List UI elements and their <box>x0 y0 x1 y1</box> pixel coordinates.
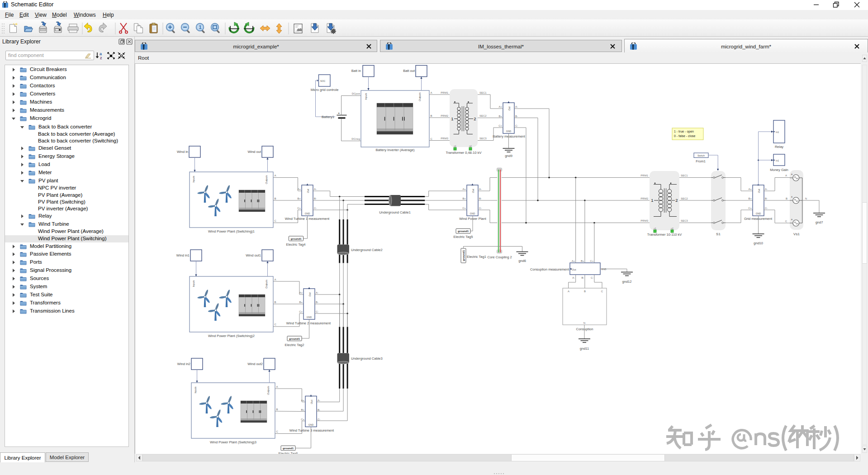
svg-text:2: 2 <box>675 198 678 203</box>
svg-text:Micro grid controle: Micro grid controle <box>311 88 339 92</box>
svg-text:Inputs: Inputs <box>192 176 195 182</box>
svg-text:GND: GND <box>305 212 310 215</box>
svg-text:Out: Out <box>508 106 511 110</box>
svg-text:B-: B- <box>515 115 518 118</box>
svg-text:SEC2: SEC2 <box>479 114 487 117</box>
svg-text:Outputs: Outputs <box>418 92 421 101</box>
svg-text:Consuption measurement: Consuption measurement <box>530 267 569 271</box>
svg-text:A-: A- <box>572 276 575 279</box>
svg-text:Wind in: Wind in <box>177 150 188 154</box>
svg-text:Wind Power Plant (Switching)2: Wind Power Plant (Switching)2 <box>208 334 255 338</box>
svg-text:ground1: ground1 <box>283 447 294 450</box>
svg-text:B-: B- <box>318 408 320 411</box>
svg-text:SEC3: SEC3 <box>681 219 688 222</box>
svg-text:B-: B- <box>765 197 768 200</box>
svg-text:ground1: ground1 <box>289 337 300 340</box>
svg-text:Wind out1: Wind out1 <box>246 253 261 257</box>
svg-text:Wind out2: Wind out2 <box>247 362 263 366</box>
svg-text:SEC2: SEC2 <box>681 197 688 200</box>
svg-text:A-: A- <box>314 188 317 190</box>
svg-text:1 - true - open: 1 - true - open <box>674 130 694 133</box>
svg-text:Electric Tag2: Electric Tag2 <box>285 343 304 347</box>
svg-text:SEC1: SEC1 <box>479 91 487 94</box>
svg-text:n1: n1 <box>654 227 656 230</box>
svg-text:gnd7: gnd7 <box>816 220 823 224</box>
svg-text:Wind Turbine 3 measurement: Wind Turbine 3 measurement <box>289 428 334 432</box>
svg-text:Core Coupling 2: Core Coupling 2 <box>487 255 512 259</box>
svg-text:N: N <box>583 322 585 324</box>
svg-text:A-: A- <box>316 291 318 294</box>
svg-text:A+: A+ <box>462 188 466 190</box>
svg-text:n2: n2 <box>671 227 674 230</box>
svg-text:Wind Turbine 2 measurement: Wind Turbine 2 measurement <box>286 321 331 325</box>
svg-text:A: A <box>276 385 278 388</box>
svg-text:Vs1: Vs1 <box>793 232 800 236</box>
svg-text:Inputs: Inputs <box>192 280 195 287</box>
svg-text:C: C <box>431 138 433 140</box>
svg-text:C+: C+ <box>748 207 752 209</box>
svg-text:Wind out: Wind out <box>247 150 261 154</box>
svg-text:C-: C- <box>318 418 320 421</box>
svg-text:B: B <box>276 408 278 411</box>
svg-text:n1: n1 <box>454 145 456 147</box>
svg-text:DCneg: DCneg <box>351 138 360 140</box>
svg-text:PRM3: PRM3 <box>640 219 648 222</box>
svg-text:B: B <box>275 197 276 200</box>
svg-text:SEC1: SEC1 <box>681 174 688 177</box>
svg-text:Underground Cable2: Underground Cable2 <box>351 248 383 252</box>
svg-text:Money Gain: Money Gain <box>770 168 788 172</box>
svg-text:C: C <box>601 290 603 293</box>
svg-text:A: A <box>568 290 569 293</box>
svg-text:B+: B+ <box>299 301 303 304</box>
svg-text:B-: B- <box>314 197 317 200</box>
svg-text:Wind in2: Wind in2 <box>177 362 190 366</box>
svg-text:GND: GND <box>506 130 512 133</box>
svg-text:PRM2: PRM2 <box>640 197 648 200</box>
svg-text:Out: Out <box>472 189 474 193</box>
svg-text:Transformer 0,48-10 kV: Transformer 0,48-10 kV <box>446 151 482 155</box>
svg-text:A+: A+ <box>748 188 752 190</box>
svg-text:B+: B+ <box>462 197 466 200</box>
svg-text:1: 1 <box>199 24 202 30</box>
svg-text:gnd12: gnd12 <box>622 280 632 284</box>
svg-text:A: A <box>275 278 276 281</box>
svg-text:PRM1: PRM1 <box>441 91 448 94</box>
svg-text:A+: A+ <box>297 188 301 190</box>
svg-text:Underground Cable3: Underground Cable3 <box>351 356 383 361</box>
svg-text:gnd9: gnd9 <box>505 154 512 158</box>
svg-text:A: A <box>785 174 787 177</box>
svg-text:PRM1: PRM1 <box>640 174 648 177</box>
svg-text:S1: S1 <box>716 232 721 236</box>
svg-text:C-: C- <box>765 207 768 209</box>
svg-text:B+: B+ <box>581 260 584 262</box>
svg-text:DCpos: DCpos <box>352 92 360 95</box>
svg-text:B+: B+ <box>301 408 304 411</box>
svg-text:B-: B- <box>581 276 584 279</box>
svg-text:B+: B+ <box>748 197 752 200</box>
svg-text:Out: Out <box>308 292 311 296</box>
svg-text:+: + <box>791 218 792 221</box>
svg-text:Underground Cable1: Underground Cable1 <box>379 210 411 214</box>
svg-text:From1: From1 <box>696 159 706 163</box>
svg-text:Out: Out <box>307 189 309 193</box>
svg-text:1: 1 <box>451 116 453 121</box>
svg-text:+: + <box>791 173 792 176</box>
svg-text:B-: B- <box>316 301 318 304</box>
svg-text:Relay: Relay <box>775 145 783 149</box>
svg-text:A+: A+ <box>299 291 303 294</box>
svg-text:Outputs: Outputs <box>265 280 268 289</box>
svg-text:C: C <box>785 220 787 223</box>
svg-text:Inputs: Inputs <box>194 386 197 393</box>
svg-text:Inputs: Inputs <box>365 93 367 100</box>
svg-text:In1: In1 <box>776 159 779 162</box>
svg-text:PRM3: PRM3 <box>441 137 448 140</box>
svg-text:n2: n2 <box>469 145 472 147</box>
svg-text:Battery Inverter (Average): Battery Inverter (Average) <box>375 148 415 152</box>
svg-text:Batt in: Batt in <box>351 69 361 73</box>
svg-text:GND: GND <box>756 212 761 215</box>
svg-text:SEC3: SEC3 <box>479 137 487 140</box>
svg-text:A-: A- <box>515 105 518 108</box>
svg-text:B: B <box>431 114 432 117</box>
svg-text:C: C <box>276 430 279 433</box>
svg-text:C+: C+ <box>590 260 594 262</box>
